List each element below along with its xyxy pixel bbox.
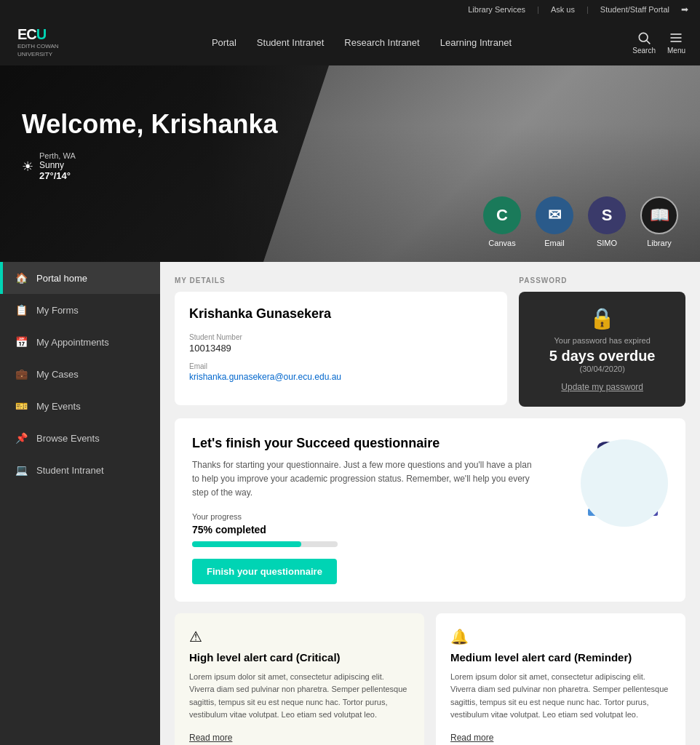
logo-text: ECU bbox=[17, 26, 59, 43]
email-icon: ✉ bbox=[536, 196, 573, 234]
alert-card-critical: ⚠ High level alert card (Critical) Lorem… bbox=[175, 613, 424, 745]
password-header: PASSWORD bbox=[519, 276, 685, 284]
cases-icon: 💼 bbox=[15, 368, 28, 380]
my-details-section: MY DETAILS Krishanka Gunasekera Student … bbox=[175, 276, 507, 407]
header-actions: Search Menu bbox=[632, 31, 685, 55]
hero-banner: Welcome, Krishanka ☀ Perth, WA Sunny 27°… bbox=[0, 65, 700, 262]
alert-card-reminder: 🔔 Medium level alert card (Reminder) Lor… bbox=[436, 613, 685, 745]
illustration-bg bbox=[581, 439, 668, 527]
weather-info: Perth, WA Sunny 27°/14° bbox=[39, 151, 76, 181]
questionnaire-content: Let's finish your Succeed questionnaire … bbox=[192, 436, 537, 584]
main-layout: 🏠 Portal home 📋 My Forms 📅 My Appointmen… bbox=[0, 262, 700, 745]
search-button[interactable]: Search bbox=[632, 31, 656, 55]
sidebar-label-student-intranet: Student Intranet bbox=[36, 465, 104, 476]
logo-area[interactable]: ECU EDITH COWANUNIVERSITY bbox=[15, 23, 62, 61]
intranet-icon: 💻 bbox=[15, 464, 28, 476]
search-icon bbox=[637, 31, 651, 45]
password-section: PASSWORD 🔒 Your password has expired 5 d… bbox=[519, 276, 685, 407]
sidebar-item-student-intranet[interactable]: 💻 Student Intranet bbox=[0, 454, 160, 486]
progress-bar-bg bbox=[192, 541, 338, 547]
sidebar-label-my-appointments: My Appointments bbox=[36, 337, 109, 348]
alert-critical-title: High level alert card (Critical) bbox=[189, 651, 410, 664]
password-card: 🔒 Your password has expired 5 days overd… bbox=[519, 292, 685, 407]
events-icon: 🎫 bbox=[15, 400, 28, 412]
svg-point-0 bbox=[639, 33, 648, 41]
questionnaire-title: Let's finish your Succeed questionnaire bbox=[192, 436, 537, 451]
questionnaire-description: Thanks for starting your questionnaire. … bbox=[192, 458, 537, 501]
questionnaire-card: Let's finish your Succeed questionnaire … bbox=[175, 418, 685, 602]
menu-button[interactable]: Menu bbox=[667, 31, 685, 55]
sidebar-item-browse-events[interactable]: 📌 Browse Events bbox=[0, 422, 160, 454]
email-field-label: Email bbox=[189, 362, 493, 370]
sidebar-label-my-events: My Events bbox=[36, 401, 81, 412]
canvas-icon: C bbox=[483, 196, 521, 234]
warning-icon: ⚠ bbox=[189, 628, 410, 645]
library-services-link[interactable]: Library Services bbox=[468, 5, 525, 14]
welcome-title: Welcome, Krishanka bbox=[22, 109, 678, 140]
menu-label: Menu bbox=[667, 47, 685, 55]
sidebar-item-portal-home[interactable]: 🏠 Portal home bbox=[0, 262, 160, 294]
svg-line-1 bbox=[647, 40, 651, 44]
appointments-icon: 📅 bbox=[15, 336, 28, 348]
weather-area: ☀ Perth, WA Sunny 27°/14° bbox=[22, 151, 678, 181]
nav-portal[interactable]: Portal bbox=[212, 37, 236, 48]
sun-icon: ☀ bbox=[22, 159, 33, 175]
divider-1: | bbox=[537, 5, 539, 14]
sidebar-item-my-events[interactable]: 🎫 My Events bbox=[0, 390, 160, 422]
search-label: Search bbox=[632, 47, 656, 55]
canvas-label: Canvas bbox=[488, 239, 515, 247]
student-number-value: 10013489 bbox=[189, 343, 493, 354]
sidebar-item-my-forms[interactable]: 📋 My Forms bbox=[0, 294, 160, 326]
quick-link-canvas[interactable]: C Canvas bbox=[483, 196, 521, 247]
alert-critical-read-more[interactable]: Read more bbox=[189, 733, 232, 743]
logo-box: ECU EDITH COWANUNIVERSITY bbox=[15, 23, 62, 61]
quick-link-email[interactable]: ✉ Email bbox=[536, 196, 573, 247]
alert-reminder-desc: Lorem ipsum dolor sit amet, consectetur … bbox=[450, 671, 671, 722]
ask-us-link[interactable]: Ask us bbox=[551, 5, 575, 14]
details-card: Krishanka Gunasekera Student Number 1001… bbox=[175, 292, 507, 405]
staff-portal-link[interactable]: Student/Staff Portal bbox=[600, 5, 669, 14]
student-number-label: Student Number bbox=[189, 333, 493, 341]
sidebar-label-my-forms: My Forms bbox=[36, 305, 79, 316]
weather-condition: Sunny bbox=[39, 160, 76, 170]
divider-2: | bbox=[586, 5, 589, 14]
simo-label: SIMO bbox=[597, 239, 617, 247]
quick-link-library[interactable]: 📖 Library bbox=[640, 196, 678, 247]
alert-critical-desc: Lorem ipsum dolor sit amet, consectetur … bbox=[189, 671, 410, 722]
sidebar-item-my-cases[interactable]: 💼 My Cases bbox=[0, 358, 160, 390]
questionnaire-illustration: A bbox=[552, 436, 668, 530]
library-label: Library bbox=[647, 239, 672, 247]
password-expired-text: Your password has expired bbox=[554, 336, 651, 345]
weather-location: Perth, WA bbox=[39, 151, 76, 160]
weather-temp: 27°/14° bbox=[39, 170, 76, 181]
progress-bar-fill bbox=[192, 541, 301, 547]
nav-student-intranet[interactable]: Student Intranet bbox=[257, 37, 325, 48]
logo-subtitle: EDITH COWANUNIVERSITY bbox=[17, 43, 59, 58]
student-name: Krishanka Gunasekera bbox=[189, 306, 493, 322]
sidebar-label-my-cases: My Cases bbox=[36, 369, 79, 380]
home-icon: 🏠 bbox=[15, 272, 28, 284]
sidebar-label-browse-events: Browse Events bbox=[36, 433, 100, 444]
hero-content: Welcome, Krishanka ☀ Perth, WA Sunny 27°… bbox=[0, 65, 700, 196]
staff-portal-icon: ➡ bbox=[681, 4, 688, 15]
header: ECU EDITH COWANUNIVERSITY Portal Student… bbox=[0, 19, 700, 65]
main-content: MY DETAILS Krishanka Gunasekera Student … bbox=[160, 262, 700, 745]
menu-icon bbox=[669, 31, 683, 45]
nav-learning-intranet[interactable]: Learning Intranet bbox=[440, 37, 512, 48]
browse-icon: 📌 bbox=[15, 432, 28, 444]
alert-cards-row: ⚠ High level alert card (Critical) Lorem… bbox=[175, 613, 685, 745]
main-nav: Portal Student Intranet Research Intrane… bbox=[91, 37, 633, 48]
nav-research-intranet[interactable]: Research Intranet bbox=[344, 37, 419, 48]
finish-questionnaire-button[interactable]: Finish your questionnaire bbox=[192, 559, 337, 584]
update-password-link[interactable]: Update my password bbox=[561, 382, 643, 392]
forms-icon: 📋 bbox=[15, 304, 28, 316]
simo-icon: S bbox=[588, 196, 626, 234]
quick-link-simo[interactable]: S SIMO bbox=[588, 196, 626, 247]
email-label: Email bbox=[544, 239, 565, 247]
password-overdue: 5 days overdue bbox=[549, 348, 656, 364]
sidebar-item-my-appointments[interactable]: 📅 My Appointments bbox=[0, 326, 160, 358]
sidebar: 🏠 Portal home 📋 My Forms 📅 My Appointmen… bbox=[0, 262, 160, 745]
top-bar: Library Services | Ask us | Student/Staf… bbox=[0, 0, 700, 19]
bell-icon: 🔔 bbox=[450, 628, 671, 645]
alert-reminder-read-more[interactable]: Read more bbox=[450, 733, 493, 743]
